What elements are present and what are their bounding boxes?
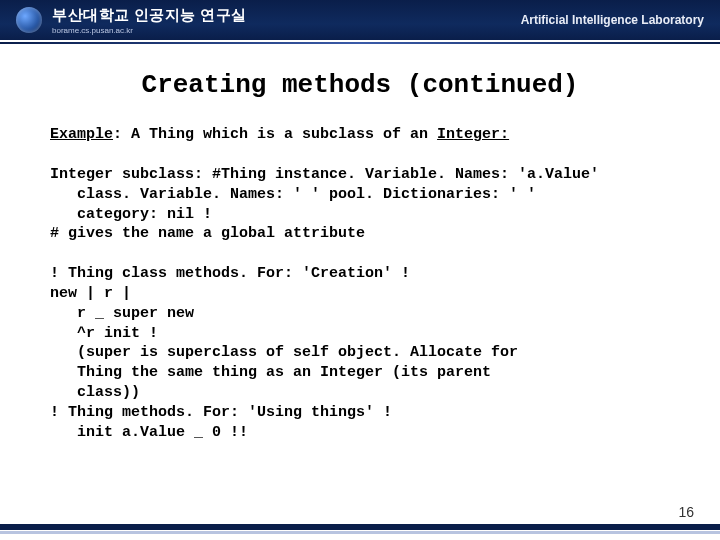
- header-title-block: 부산대학교 인공지능 연구실 borame.cs.pusan.ac.kr: [52, 6, 247, 35]
- page-title: Creating methods (continued): [50, 70, 670, 100]
- footer-bar-light: [0, 531, 720, 534]
- example-integer: Integer:: [437, 126, 509, 143]
- content-area: Creating methods (continued) Example: A …: [0, 44, 720, 442]
- page-number: 16: [678, 504, 694, 520]
- header-lab-name: Artificial Intelligence Laboratory: [521, 13, 704, 27]
- slide: 부산대학교 인공지능 연구실 borame.cs.pusan.ac.kr Art…: [0, 0, 720, 540]
- example-label: Example: [50, 126, 113, 143]
- header-title: 부산대학교 인공지능 연구실: [52, 6, 247, 25]
- university-crest-icon: [16, 7, 42, 33]
- example-line: Example: A Thing which is a subclass of …: [50, 126, 670, 143]
- footer: [0, 524, 720, 534]
- header-left: 부산대학교 인공지능 연구실 borame.cs.pusan.ac.kr: [16, 6, 247, 35]
- example-text: : A Thing which is a subclass of an: [113, 126, 437, 143]
- header-subtitle: borame.cs.pusan.ac.kr: [52, 26, 247, 35]
- footer-bar-dark: [0, 524, 720, 530]
- code-block-2: ! Thing class methods. For: 'Creation' !…: [50, 264, 670, 442]
- code-block-1: Integer subclass: #Thing instance. Varia…: [50, 165, 670, 244]
- header-bar: 부산대학교 인공지능 연구실 borame.cs.pusan.ac.kr Art…: [0, 0, 720, 40]
